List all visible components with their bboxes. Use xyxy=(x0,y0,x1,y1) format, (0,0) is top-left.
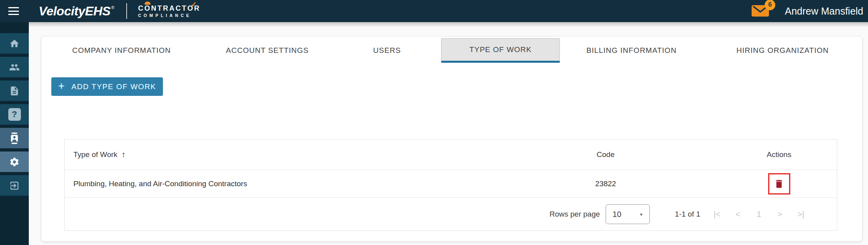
tab-users[interactable]: USERS xyxy=(333,38,441,63)
tab-type-of-work[interactable]: TYPE OF WORK xyxy=(441,38,560,63)
tab-hiring-organization[interactable]: HIRING ORGANIZATION xyxy=(703,38,862,63)
sidebar-item-contacts[interactable] xyxy=(0,128,29,148)
rows-per-page-select[interactable]: 10 ▾ xyxy=(606,204,650,224)
sidebar-item-people[interactable] xyxy=(0,57,29,77)
logout-icon xyxy=(9,180,20,191)
table-pagination: Rows per page 10 ▾ 1-1 of 1 |< < 1 > >| xyxy=(65,198,837,231)
sort-asc-icon: ↑ xyxy=(122,150,126,159)
pagination-range: 1-1 of 1 xyxy=(675,210,700,219)
sidebar-item-help[interactable]: ? xyxy=(0,104,29,125)
cell-actions xyxy=(671,173,837,195)
help-icon: ? xyxy=(8,108,21,121)
type-of-work-table: Type of Work ↑ Code Actions Plumbing, He… xyxy=(64,139,837,231)
table-row: Plumbing, Heating, and Air-Conditioning … xyxy=(65,170,837,198)
rows-per-page-label: Rows per page xyxy=(550,210,600,219)
header-shadow xyxy=(29,22,868,27)
contact-badge-icon xyxy=(9,132,19,144)
brand-name: VelocityEHS xyxy=(39,4,110,19)
sidebar: ? xyxy=(0,22,29,245)
click-highlight-box xyxy=(768,173,790,195)
tab-billing-information[interactable]: BILLING INFORMATION xyxy=(560,38,703,63)
tab-account-settings[interactable]: ACCOUNT SETTINGS xyxy=(202,38,333,63)
user-menu[interactable]: Andrew Mansfield xyxy=(785,6,863,17)
notifications-button[interactable]: 6 xyxy=(752,4,769,18)
prev-page-button[interactable]: < xyxy=(728,209,748,219)
tab-bar: COMPANY INFORMATION ACCOUNT SETTINGS USE… xyxy=(41,37,862,64)
product-logo: CONTRACTOR COMPLIANCE xyxy=(138,5,200,18)
add-type-of-work-button[interactable]: + ADD TYPE OF WORK xyxy=(51,77,163,96)
next-page-button[interactable]: > xyxy=(769,209,790,219)
first-page-button[interactable]: |< xyxy=(707,209,728,219)
trash-icon xyxy=(774,178,784,190)
current-page-number: 1 xyxy=(748,209,769,219)
pager-controls: |< < 1 > >| xyxy=(707,209,811,219)
last-page-button[interactable]: >| xyxy=(790,209,811,219)
document-icon xyxy=(9,86,20,96)
column-header-actions: Actions xyxy=(671,150,837,159)
settings-gear-icon xyxy=(9,157,20,167)
brand-divider xyxy=(126,3,127,19)
content-card: COMPANY INFORMATION ACCOUNT SETTINGS USE… xyxy=(41,37,862,241)
plus-icon: + xyxy=(58,80,65,92)
sidebar-item-settings[interactable] xyxy=(0,151,29,172)
hardhat-o-icon: O xyxy=(144,5,151,12)
sidebar-item-logout[interactable] xyxy=(0,175,29,196)
cell-type-of-work: Plumbing, Heating, and Air-Conditioning … xyxy=(65,180,541,188)
delete-button[interactable] xyxy=(774,178,784,190)
sidebar-item-home[interactable] xyxy=(0,33,29,54)
registered-mark: ® xyxy=(111,5,114,10)
sidebar-item-documents[interactable] xyxy=(0,80,29,101)
menu-icon[interactable] xyxy=(8,7,19,15)
people-icon xyxy=(9,62,20,73)
tab-company-information[interactable]: COMPANY INFORMATION xyxy=(41,38,202,63)
table-header-row: Type of Work ↑ Code Actions xyxy=(65,140,837,170)
brand-logo: VelocityEHS ® xyxy=(39,4,114,19)
cell-code: 23822 xyxy=(541,180,671,188)
home-icon xyxy=(9,38,20,49)
dropdown-caret-icon: ▾ xyxy=(640,211,643,217)
column-header-type-of-work[interactable]: Type of Work ↑ xyxy=(65,150,541,159)
product-logo-line1: CONTRACTOR xyxy=(138,5,200,12)
top-header: VelocityEHS ® CONTRACTOR COMPLIANCE 6 An… xyxy=(0,0,868,22)
notification-badge: 6 xyxy=(765,0,775,10)
app-window: VelocityEHS ® CONTRACTOR COMPLIANCE 6 An… xyxy=(0,0,868,245)
column-header-code: Code xyxy=(541,150,671,159)
checkmark-o-icon: O xyxy=(187,5,194,12)
product-logo-line2: COMPLIANCE xyxy=(138,13,200,18)
